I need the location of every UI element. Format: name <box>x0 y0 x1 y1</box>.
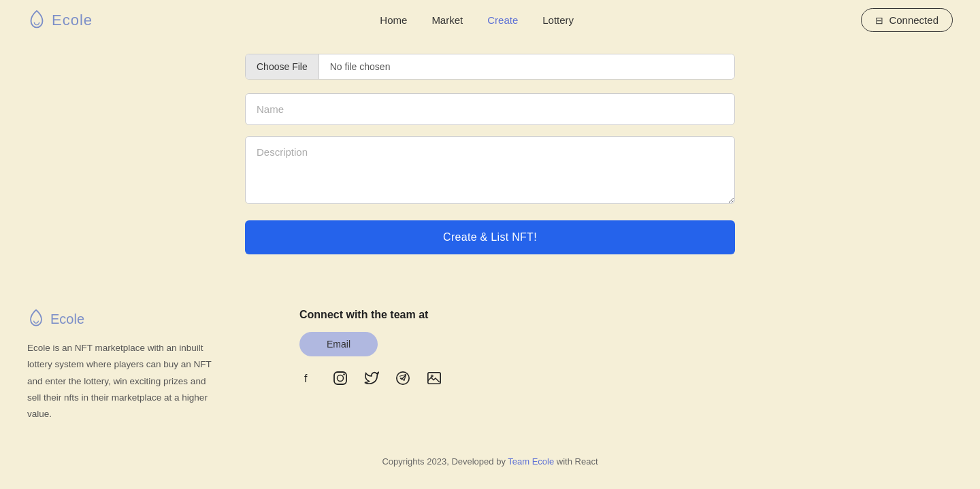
copyright-suffix: with React <box>557 456 598 467</box>
logo: Ecole <box>27 10 93 31</box>
team-ecole-link[interactable]: Team Ecole <box>508 456 554 467</box>
footer-logo-icon <box>27 309 45 329</box>
nav-home[interactable]: Home <box>380 14 407 26</box>
facebook-icon[interactable]: f <box>299 369 318 388</box>
main-nav: Home Market Create Lottery <box>380 14 574 26</box>
footer-bottom: Copyrights 2023, Developed by Team Ecole… <box>27 450 953 467</box>
nav-create[interactable]: Create <box>487 14 518 26</box>
connect-title: Connect with the team at <box>299 309 953 321</box>
wallet-icon: ⊟ <box>875 15 883 26</box>
file-input-row: Choose File No file chosen <box>245 54 735 80</box>
choose-file-button[interactable]: Choose File <box>246 54 319 79</box>
name-input[interactable] <box>245 93 735 125</box>
telegram-icon[interactable] <box>393 369 412 388</box>
connected-button[interactable]: ⊟ Connected <box>861 8 953 32</box>
instagram-icon[interactable] <box>331 369 350 388</box>
nav-market[interactable]: Market <box>431 14 463 26</box>
footer-logo-area: Ecole Ecole is an NFT marketplace with a… <box>27 309 218 422</box>
file-chosen-text: No file chosen <box>319 54 734 79</box>
footer-description: Ecole is an NFT marketplace with an inbu… <box>27 340 218 422</box>
svg-point-3 <box>343 373 344 375</box>
footer-logo: Ecole <box>27 309 218 329</box>
logo-icon <box>27 10 46 31</box>
svg-point-2 <box>338 375 344 382</box>
gallery-icon[interactable] <box>425 369 444 388</box>
description-textarea[interactable] <box>245 136 735 204</box>
footer-top: Ecole Ecole is an NFT marketplace with a… <box>27 309 953 422</box>
copyright-text: Copyrights 2023, Developed by <box>382 456 508 467</box>
footer-connect: Connect with the team at Email f <box>299 309 953 422</box>
main-content: Choose File No file chosen Create & List… <box>231 40 749 282</box>
header: Ecole Home Market Create Lottery ⊟ Conne… <box>0 0 980 40</box>
logo-text: Ecole <box>52 12 93 29</box>
footer: Ecole Ecole is an NFT marketplace with a… <box>0 282 980 480</box>
social-icons: f <box>299 369 953 388</box>
create-list-nft-button[interactable]: Create & List NFT! <box>245 220 735 254</box>
nav-lottery[interactable]: Lottery <box>542 14 574 26</box>
email-button[interactable]: Email <box>299 332 378 356</box>
footer-logo-text: Ecole <box>50 311 84 327</box>
svg-text:f: f <box>304 373 308 384</box>
svg-point-6 <box>431 375 433 377</box>
twitter-icon[interactable] <box>362 369 381 388</box>
connected-label: Connected <box>889 14 938 26</box>
